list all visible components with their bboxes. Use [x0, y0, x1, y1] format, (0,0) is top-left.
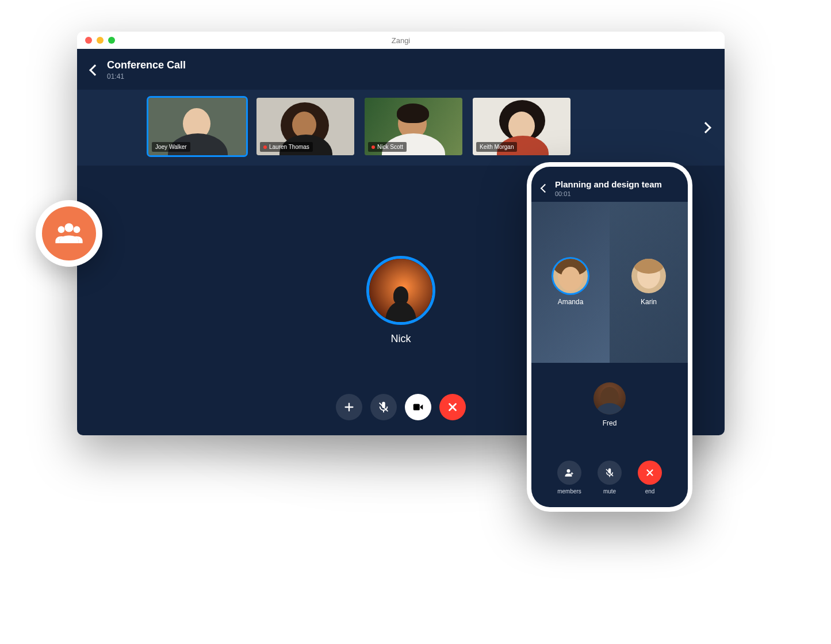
svg-rect-4	[413, 404, 420, 411]
phone-mock: Planning and design team 00:01 Amanda Ka…	[527, 162, 692, 512]
participant-avatar	[631, 259, 666, 293]
participant-thumb[interactable]: Joey Walker	[148, 98, 246, 155]
end-call-button[interactable]	[638, 461, 662, 485]
close-icon	[645, 467, 655, 478]
mic-off-icon	[604, 467, 615, 478]
mute-label: mute	[603, 488, 616, 494]
feature-badge	[36, 200, 102, 267]
participant-name-label: Lauren Thomas	[260, 142, 313, 152]
svg-point-17	[58, 226, 65, 233]
add-member-icon	[564, 467, 575, 478]
back-icon[interactable]	[89, 64, 101, 76]
window-title: Zangi	[77, 36, 725, 45]
phone-screen: Planning and design team 00:01 Amanda Ka…	[531, 167, 688, 507]
participant-name: Karin	[641, 298, 657, 306]
participant-name-label: Keith Morgan	[476, 142, 517, 152]
phone-participant-cell[interactable]: Amanda	[531, 202, 610, 363]
muted-indicator-icon	[372, 145, 375, 149]
active-speaker-avatar[interactable]	[366, 256, 435, 325]
participant-name: Amanda	[558, 298, 584, 306]
participant-name-label: Joey Walker	[152, 142, 190, 152]
window-titlebar: Zangi	[77, 32, 725, 49]
phone-participants-grid: Amanda Karin	[531, 202, 688, 363]
svg-point-18	[74, 226, 81, 233]
feature-badge-inner	[42, 206, 96, 260]
mute-button[interactable]	[370, 394, 397, 420]
svg-point-8	[567, 469, 570, 473]
call-header: Conference Call 01:41	[77, 49, 725, 86]
plus-icon	[343, 401, 355, 413]
video-button[interactable]	[405, 394, 431, 420]
participant-thumb[interactable]: Nick Scott	[365, 98, 462, 155]
close-window-button[interactable]	[85, 37, 92, 44]
traffic-lights	[77, 37, 115, 44]
participant-name-label: Nick Scott	[368, 142, 407, 152]
back-icon[interactable]	[541, 184, 550, 193]
participant-name: Fred	[603, 419, 617, 427]
phone-call-header: Planning and design team 00:01	[531, 167, 688, 202]
call-header-texts: Conference Call 01:41	[107, 59, 186, 80]
phone-call-duration: 00:01	[555, 190, 662, 197]
participant-thumb[interactable]: Lauren Thomas	[256, 98, 354, 155]
participant-avatar[interactable]	[593, 382, 626, 415]
call-duration: 01:41	[107, 72, 186, 80]
close-icon	[446, 401, 459, 413]
add-participant-button[interactable]	[336, 394, 362, 420]
maximize-window-button[interactable]	[108, 37, 115, 44]
muted-indicator-icon	[263, 145, 267, 149]
active-speaker-name: Nick	[391, 333, 411, 345]
video-icon	[412, 401, 424, 413]
group-icon	[53, 218, 85, 249]
participant-thumb[interactable]: Keith Morgan	[473, 98, 570, 155]
phone-call-controls: members mute end	[531, 454, 688, 507]
participants-strip: Joey Walker Lauren Thomas	[77, 90, 725, 166]
svg-marker-5	[420, 404, 423, 409]
call-controls	[336, 394, 466, 420]
minimize-window-button[interactable]	[97, 37, 104, 44]
phone-participant-cell[interactable]: Karin	[610, 202, 688, 363]
members-button[interactable]	[557, 461, 581, 485]
call-title: Conference Call	[107, 59, 186, 71]
end-call-button[interactable]	[439, 394, 466, 420]
mic-off-icon	[377, 401, 390, 413]
participant-avatar	[553, 259, 588, 293]
phone-call-title: Planning and design team	[555, 179, 662, 189]
phone-lower-area: Fred	[531, 363, 688, 454]
mute-button[interactable]	[598, 461, 622, 485]
svg-point-16	[64, 223, 73, 232]
members-label: members	[557, 488, 581, 494]
end-label: end	[645, 488, 655, 494]
scroll-right-icon[interactable]	[700, 122, 711, 133]
